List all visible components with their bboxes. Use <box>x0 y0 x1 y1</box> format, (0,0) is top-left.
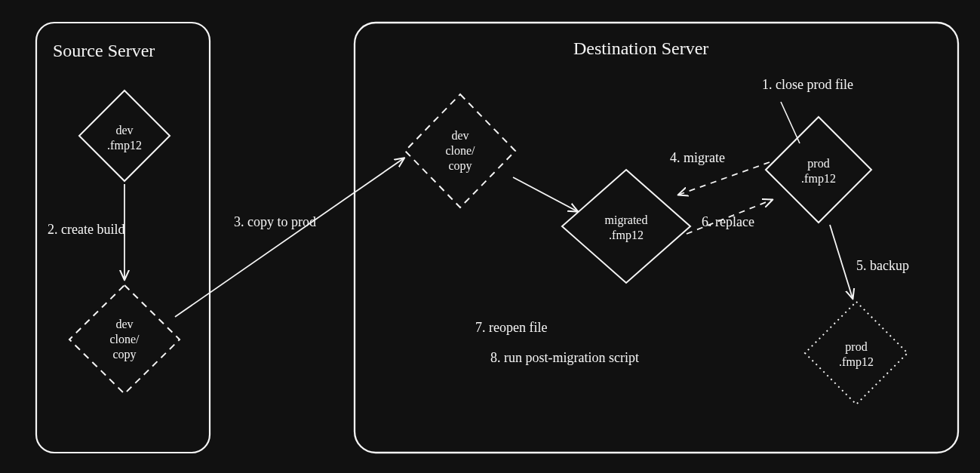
arrow-migrate <box>679 162 770 195</box>
step-7-label: 7. reopen file <box>475 320 547 335</box>
step-5-label: 5. backup <box>856 258 909 273</box>
node-dest-dev-clone-l1: dev <box>451 129 468 142</box>
source-server-title: Source Server <box>53 41 155 60</box>
step-8-label: 8. run post-migration script <box>490 350 639 365</box>
source-server-box: Source Server dev .fmp12 2. create build… <box>36 23 210 453</box>
arrow-backup <box>830 225 853 298</box>
node-migrated-l2: .fmp12 <box>609 229 644 242</box>
node-source-dev-clone: dev clone/ copy <box>69 285 180 394</box>
step-6-label: 6. replace <box>702 214 754 229</box>
svg-rect-0 <box>36 23 210 453</box>
node-prod-l2: .fmp12 <box>801 172 836 186</box>
step-1-label: 1. close prod file <box>762 77 853 92</box>
node-dest-dev-clone-l2: clone/ <box>445 144 475 157</box>
node-prod-backup-l1: prod <box>845 340 867 354</box>
node-source-dev: dev .fmp12 <box>79 91 170 181</box>
step-4-label: 4. migrate <box>670 150 725 165</box>
svg-rect-1 <box>355 23 958 453</box>
node-dest-dev-clone-l3: copy <box>448 159 472 173</box>
node-prod-backup: prod .fmp12 <box>805 302 908 404</box>
destination-server-box: Destination Server dev clone/ copy migra… <box>355 23 958 453</box>
arrow-clone-to-migrated <box>513 177 577 211</box>
node-source-dev-clone-l1: dev <box>115 318 133 330</box>
node-source-dev-clone-l2: clone/ <box>109 333 140 346</box>
destination-server-title: Destination Server <box>573 38 708 58</box>
node-migrated-l1: migrated <box>605 213 648 227</box>
node-source-dev-line1: dev <box>115 124 133 137</box>
node-source-dev-clone-l3: copy <box>112 348 136 361</box>
node-source-dev-line2: .fmp12 <box>107 139 142 152</box>
step-3-label: 3. copy to prod <box>234 214 316 229</box>
node-prod-backup-l2: .fmp12 <box>839 355 874 369</box>
line-step1 <box>781 102 800 143</box>
node-migrated: migrated .fmp12 <box>562 170 690 283</box>
node-prod-l1: prod <box>807 157 829 170</box>
node-prod: prod .fmp12 <box>766 117 871 223</box>
node-dest-dev-clone: dev clone/ copy <box>405 94 515 207</box>
step-2-label: 2. create build <box>48 222 124 237</box>
